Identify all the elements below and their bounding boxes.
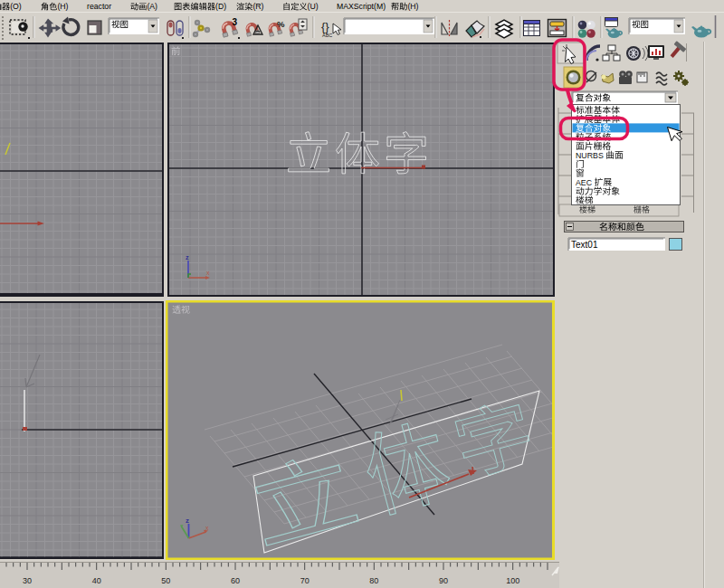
svg-text:MAXScript(M): MAXScript(M) (337, 2, 386, 11)
svg-text:z: z (186, 517, 189, 525)
svg-text:90: 90 (439, 576, 448, 585)
svg-text:(O): (O) (10, 2, 22, 11)
svg-text:NURBS: NURBS (576, 151, 604, 160)
svg-text:40: 40 (92, 576, 101, 585)
svg-text:x: x (206, 270, 210, 276)
svg-text:3: 3 (233, 17, 238, 27)
svg-text:{}: {} (321, 20, 329, 33)
svg-text:z: z (186, 253, 189, 261)
svg-text:(D): (D) (215, 2, 226, 11)
svg-text:Text01: Text01 (571, 240, 598, 250)
svg-text:%: % (277, 19, 285, 29)
svg-text:ABC: ABC (322, 33, 332, 38)
svg-text:(H): (H) (57, 2, 68, 11)
svg-text:reactor: reactor (87, 2, 111, 11)
svg-text:(A): (A) (147, 2, 157, 11)
svg-text:(U): (U) (308, 2, 319, 11)
svg-text:(R): (R) (252, 2, 263, 11)
svg-text:100: 100 (506, 576, 519, 585)
svg-text:80: 80 (369, 576, 378, 585)
svg-text:50: 50 (161, 576, 170, 585)
svg-text:70: 70 (300, 576, 310, 585)
svg-text:x: x (205, 525, 209, 531)
svg-text:AEC: AEC (576, 178, 593, 187)
svg-text:60: 60 (231, 576, 240, 585)
svg-text:30: 30 (23, 576, 32, 585)
svg-text:(H): (H) (407, 2, 418, 11)
